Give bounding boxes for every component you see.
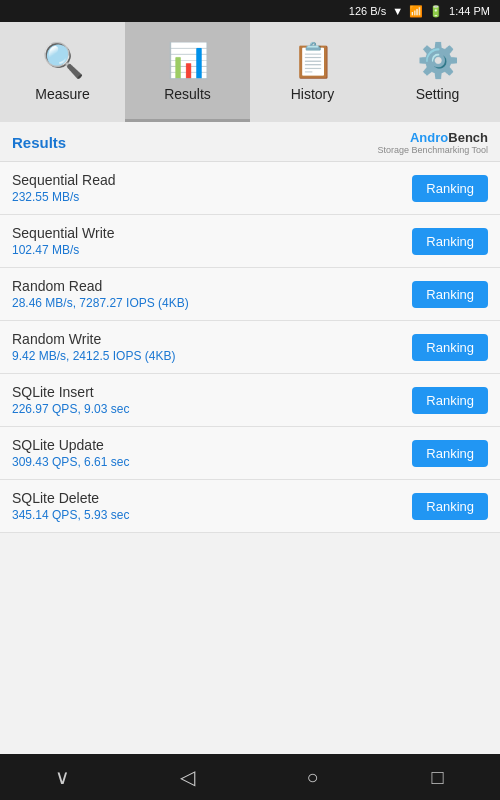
nav-back-button[interactable]: ∨ xyxy=(43,757,83,797)
tab-bar: 🔍 Measure 📊 Results 📋 History ⚙️ Setting xyxy=(0,22,500,122)
result-info: SQLite Update 309.43 QPS, 6.61 sec xyxy=(12,437,129,469)
bottom-nav: ∨ ◁ ○ □ xyxy=(0,754,500,800)
result-value: 102.47 MB/s xyxy=(12,243,114,257)
result-value: 226.97 QPS, 9.03 sec xyxy=(12,402,129,416)
wifi-icon: 📶 xyxy=(409,5,423,18)
status-bar: 126 B/s ▼ 📶 🔋 1:44 PM xyxy=(0,0,500,22)
nav-recent-button[interactable]: □ xyxy=(418,757,458,797)
logo-name: AndroBench xyxy=(378,130,488,145)
table-row: SQLite Insert 226.97 QPS, 9.03 sec Ranki… xyxy=(0,374,500,427)
result-name: SQLite Update xyxy=(12,437,129,453)
tab-setting-label: Setting xyxy=(416,86,460,102)
ranking-button[interactable]: Ranking xyxy=(412,281,488,308)
ranking-button[interactable]: Ranking xyxy=(412,228,488,255)
result-name: SQLite Delete xyxy=(12,490,129,506)
result-value: 232.55 MB/s xyxy=(12,190,116,204)
results-icon: 📊 xyxy=(167,40,209,80)
result-value: 309.43 QPS, 6.61 sec xyxy=(12,455,129,469)
result-info: Random Write 9.42 MB/s, 2412.5 IOPS (4KB… xyxy=(12,331,175,363)
results-section-title: Results xyxy=(12,134,66,151)
ranking-button[interactable]: Ranking xyxy=(412,387,488,414)
results-header: Results AndroBench Storage Benchmarking … xyxy=(0,122,500,162)
tab-results-label: Results xyxy=(164,86,211,102)
table-row: Sequential Read 232.55 MB/s Ranking xyxy=(0,162,500,215)
measure-icon: 🔍 xyxy=(42,40,84,80)
result-info: Sequential Read 232.55 MB/s xyxy=(12,172,116,204)
ranking-button[interactable]: Ranking xyxy=(412,334,488,361)
network-speed: 126 B/s xyxy=(349,5,386,17)
time-display: 1:44 PM xyxy=(449,5,490,17)
androbench-logo: AndroBench Storage Benchmarking Tool xyxy=(378,130,488,155)
tab-measure-label: Measure xyxy=(35,86,89,102)
table-row: SQLite Update 309.43 QPS, 6.61 sec Ranki… xyxy=(0,427,500,480)
signal-icon: ▼ xyxy=(392,5,403,17)
ranking-button[interactable]: Ranking xyxy=(412,175,488,202)
table-row: Sequential Write 102.47 MB/s Ranking xyxy=(0,215,500,268)
result-name: SQLite Insert xyxy=(12,384,129,400)
result-name: Sequential Read xyxy=(12,172,116,188)
ranking-button[interactable]: Ranking xyxy=(412,493,488,520)
result-info: Sequential Write 102.47 MB/s xyxy=(12,225,114,257)
result-value: 9.42 MB/s, 2412.5 IOPS (4KB) xyxy=(12,349,175,363)
table-row: Random Read 28.46 MB/s, 7287.27 IOPS (4K… xyxy=(0,268,500,321)
result-value: 345.14 QPS, 5.93 sec xyxy=(12,508,129,522)
battery-icon: 🔋 xyxy=(429,5,443,18)
result-name: Random Write xyxy=(12,331,175,347)
result-name: Random Read xyxy=(12,278,189,294)
tab-history-label: History xyxy=(291,86,335,102)
tab-history[interactable]: 📋 History xyxy=(250,22,375,122)
tab-results[interactable]: 📊 Results xyxy=(125,22,250,122)
result-info: Random Read 28.46 MB/s, 7287.27 IOPS (4K… xyxy=(12,278,189,310)
tab-measure[interactable]: 🔍 Measure xyxy=(0,22,125,122)
tab-setting[interactable]: ⚙️ Setting xyxy=(375,22,500,122)
result-info: SQLite Delete 345.14 QPS, 5.93 sec xyxy=(12,490,129,522)
setting-icon: ⚙️ xyxy=(417,40,459,80)
table-row: Random Write 9.42 MB/s, 2412.5 IOPS (4KB… xyxy=(0,321,500,374)
logo-subtitle: Storage Benchmarking Tool xyxy=(378,145,488,155)
result-list: Sequential Read 232.55 MB/s Ranking Sequ… xyxy=(0,162,500,754)
table-row: SQLite Delete 345.14 QPS, 5.93 sec Ranki… xyxy=(0,480,500,533)
nav-back-arrow[interactable]: ◁ xyxy=(168,757,208,797)
content-area: Results AndroBench Storage Benchmarking … xyxy=(0,122,500,754)
result-value: 28.46 MB/s, 7287.27 IOPS (4KB) xyxy=(12,296,189,310)
nav-home-button[interactable]: ○ xyxy=(293,757,333,797)
ranking-button[interactable]: Ranking xyxy=(412,440,488,467)
history-icon: 📋 xyxy=(292,40,334,80)
result-info: SQLite Insert 226.97 QPS, 9.03 sec xyxy=(12,384,129,416)
result-name: Sequential Write xyxy=(12,225,114,241)
